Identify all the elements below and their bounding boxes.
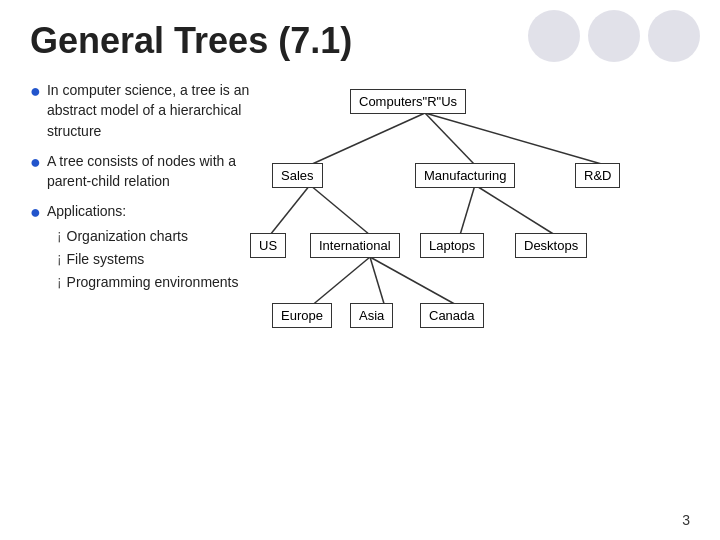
sub-bullet-text-1: Organization charts [67, 226, 188, 246]
sub-bullet-text-2: File systems [67, 249, 145, 269]
bullet-dot-2: ● [30, 151, 41, 174]
node-international: International [310, 233, 400, 258]
slide-page: General Trees (7.1) ● In computer scienc… [0, 0, 720, 540]
node-canada: Canada [420, 303, 484, 328]
bullet-text-2: A tree consists of nodes with a parent-c… [47, 151, 250, 192]
slide-content: ● In computer science, a tree is an abst… [30, 80, 690, 435]
bullet-3: ● Applications: ¡ Organization charts ¡ … [30, 201, 250, 295]
bullet-dot-1: ● [30, 80, 41, 103]
svg-line-9 [370, 257, 460, 307]
sub-bullet-1: ¡ Organization charts [57, 226, 239, 246]
page-number: 3 [682, 512, 690, 528]
deco-circle-2 [588, 10, 640, 62]
bullet-dot-3: ● [30, 201, 41, 224]
sub-bullet-text-3: Programming environments [67, 272, 239, 292]
svg-line-4 [310, 185, 370, 235]
node-manufacturing: Manufacturing [415, 163, 515, 188]
bullet-text-3: Applications: [47, 203, 126, 219]
sub-bullet-3: ¡ Programming environments [57, 272, 239, 292]
node-sales: Sales [272, 163, 323, 188]
svg-line-2 [425, 113, 605, 165]
svg-line-1 [425, 113, 475, 165]
tree-diagram: Computers"R"Us Sales Manufacturing R&D U… [250, 85, 690, 435]
node-europe: Europe [272, 303, 332, 328]
bullet-text-1: In computer science, a tree is an abstra… [47, 80, 250, 141]
svg-line-8 [370, 257, 385, 307]
bullet-2: ● A tree consists of nodes with a parent… [30, 151, 250, 192]
deco-circle-1 [528, 10, 580, 62]
bullet-1: ● In computer science, a tree is an abst… [30, 80, 250, 141]
svg-line-7 [310, 257, 370, 307]
node-us: US [250, 233, 286, 258]
svg-line-3 [270, 185, 310, 235]
bullet-list: ● In computer science, a tree is an abst… [30, 80, 250, 306]
deco-circle-3 [648, 10, 700, 62]
decorative-circles [528, 10, 700, 62]
node-asia: Asia [350, 303, 393, 328]
svg-line-5 [460, 185, 475, 235]
svg-line-6 [475, 185, 555, 235]
node-root: Computers"R"Us [350, 89, 466, 114]
node-rd: R&D [575, 163, 620, 188]
node-laptops: Laptops [420, 233, 484, 258]
tree-lines [250, 85, 690, 435]
sub-bullet-list: ¡ Organization charts ¡ File systems ¡ P… [57, 226, 239, 293]
sub-bullet-2: ¡ File systems [57, 249, 239, 269]
node-desktops: Desktops [515, 233, 587, 258]
svg-line-0 [310, 113, 425, 165]
